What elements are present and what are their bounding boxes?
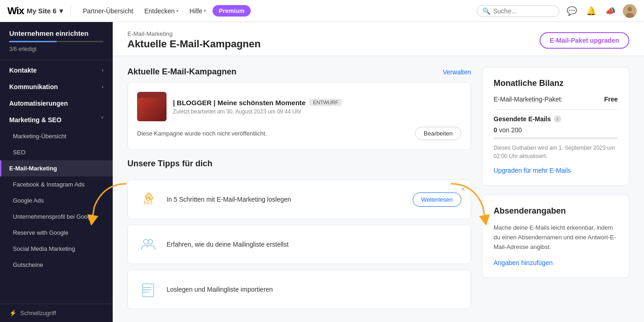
count-sent: 0 [494, 126, 497, 134]
billing-title: Monatliche Bilanz [494, 79, 618, 88]
sidebar-item-facebook-ads[interactable]: Facebook & Instagram Ads [0, 176, 113, 192]
progress-bar [0, 41, 113, 44]
aktuelle-label: Aktuelle E-Mail-Kampagnen [127, 67, 236, 77]
right-column: Monatliche Bilanz E-Mail-Marketing-Paket… [482, 67, 629, 309]
close-icon[interactable]: × [461, 186, 465, 193]
tip-card-1: In 5 Schritten mit E-Mail-Marketing losl… [127, 180, 471, 219]
bell-icon[interactable]: 🔔 [584, 6, 598, 16]
bearbeiten-button[interactable]: Bearbeiten [415, 127, 461, 140]
sidebar-item-reserve-google[interactable]: Reserve with Google [0, 225, 113, 241]
info-icon[interactable]: i [554, 115, 561, 123]
chevron-icon: › [102, 67, 104, 73]
chat-icon[interactable]: 💬 [565, 6, 579, 16]
premium-button[interactable]: Premium [213, 5, 251, 17]
page-title: Aktuelle E-Mail-Kampagnen [127, 38, 261, 50]
sidebar-item-email-marketing[interactable]: E-Mail-Marketing [0, 160, 113, 176]
paket-row: E-Mail-Marketing-Paket: Free [494, 96, 618, 103]
search-input[interactable] [493, 7, 553, 15]
sidebar-divider-1 [0, 60, 113, 60]
paket-value: Free [604, 96, 618, 103]
avatar[interactable] [623, 4, 637, 18]
tip-text-1: In 5 Schritten mit E-Mail-Marketing losl… [167, 196, 405, 203]
page-title-area: E-Mail-Marketing Aktuelle E-Mail-Kampagn… [127, 30, 261, 50]
paket-label: E-Mail-Marketing-Paket: [494, 96, 563, 103]
chevron-icon: › [102, 84, 104, 90]
sidebar-item-marketing-seo[interactable]: Marketing & SEO ˅ [0, 112, 113, 128]
sidebar-header: Unternehmen einrichten [0, 22, 113, 41]
sidebar-item-label: Kommunikation [9, 83, 58, 90]
absender-title: Absenderangaben [494, 206, 618, 216]
sidebar-item-label: Kontakte [9, 67, 37, 74]
sidebar-item-kontakte[interactable]: Kontakte › [0, 62, 113, 79]
angaben-link[interactable]: Angaben hinzufügen [494, 259, 552, 266]
sidebar-item-kommunikation[interactable]: Kommunikation › [0, 79, 113, 95]
campaign-date: Zuletzt bearbeitet am 30. August 2023 um… [173, 108, 461, 115]
breadcrumb: E-Mail-Marketing [127, 30, 261, 37]
gesendete-label: Gesendete E-Mails [494, 115, 551, 123]
nav-hilfe-link[interactable]: Hilfe ▾ [185, 5, 211, 17]
sidebar-item-google-ads[interactable]: Google Ads [0, 192, 113, 209]
nav-partner-link[interactable]: Partner-Übersicht [78, 5, 138, 17]
tip-card-2: Erfahren, wie du deine Mailingliste erst… [127, 225, 471, 264]
sidebar-item-label: Facebook & Instagram Ads [13, 181, 85, 188]
people-icon [137, 233, 159, 255]
site-name[interactable]: My Site 6 [27, 7, 57, 15]
campaign-info: | BLOGGER | Meine schönsten Momente ENTW… [173, 99, 461, 115]
sidebar-item-automatisierungen[interactable]: Automatisierungen [0, 95, 113, 112]
weiterlesen-button[interactable]: Weiterlesen [413, 192, 461, 207]
divider [494, 109, 618, 110]
sidebar-item-seo[interactable]: SEO [0, 144, 113, 160]
nav-links: Partner-Übersicht Entdecken ▾ Hilfe ▾ Pr… [78, 5, 469, 17]
rocket-icon [137, 188, 159, 210]
progress-bar-fill [9, 41, 57, 42]
site-chevron-icon[interactable]: ▾ [59, 7, 63, 15]
nav-divider [70, 6, 71, 17]
sidebar-item-label: Automatisierungen [9, 100, 68, 107]
tips-section: Unsere Tipps für dich [127, 159, 471, 309]
svg-point-10 [144, 287, 145, 288]
megaphone-icon[interactable]: 📣 [604, 6, 617, 16]
search-box[interactable]: 🔍 [477, 5, 559, 17]
sidebar-section: Kontakte › Kommunikation › Automatisieru… [0, 62, 113, 273]
campaign-notice-row: Diese Kampagne wurde noch nicht veröffen… [137, 127, 461, 140]
sidebar-item-marketing-overview[interactable]: Marketing-Übersicht [0, 128, 113, 144]
sidebar: Unternehmen einrichten 3/6 erledigt Kont… [0, 22, 113, 322]
entwurf-badge: ENTWURF [309, 99, 342, 106]
sidebar-item-label: Google Ads [13, 197, 44, 204]
sidebar-item-label: SEO [13, 149, 25, 156]
flash-icon: ⚡ [9, 310, 17, 316]
tip-text-3: Loslegen und Mailingliste importieren [167, 286, 461, 293]
tips-title: Unsere Tipps für dich [127, 159, 213, 169]
tips-section-label: Unsere Tipps für dich [127, 159, 471, 169]
update-note: Dieses Guthaben wird am 1. September 202… [494, 144, 618, 160]
page-header: E-Mail-Marketing Aktuelle E-Mail-Kampagn… [113, 22, 644, 56]
campaign-card: | BLOGGER | Meine schönsten Momente ENTW… [127, 82, 471, 150]
progress-bar-bg [9, 41, 104, 42]
sidebar-item-gutscheine[interactable]: Gutscheine [0, 257, 113, 273]
verwalten-link[interactable]: Verwalten [443, 68, 471, 76]
entdecken-chevron-icon: ▾ [176, 8, 178, 13]
main-layout: Unternehmen einrichten 3/6 erledigt Kont… [0, 22, 644, 322]
nav-entdecken-link[interactable]: Entdecken ▾ [140, 5, 183, 17]
svg-point-4 [144, 239, 148, 244]
sidebar-item-label: Marketing-Übersicht [13, 133, 66, 140]
campaigns-section: Aktuelle E-Mail-Kampagnen Verwalten | BL… [127, 67, 471, 150]
wix-logo: Wix [7, 5, 24, 17]
upgrade-button[interactable]: E-Mail-Paket upgraden [540, 32, 629, 49]
count-row: 0 von 200 [494, 126, 618, 134]
sidebar-item-social-media[interactable]: Social Media Marketing [0, 241, 113, 257]
chevron-icon: ˅ [101, 117, 104, 123]
site-logo: Wix My Site 6 ▾ [7, 5, 63, 17]
hilfe-chevron-icon: ▾ [204, 8, 206, 13]
tip-text-2: Erfahren, wie du deine Mailingliste erst… [167, 241, 461, 248]
upgrade-link[interactable]: Upgraden für mehr E-Mails [494, 167, 618, 174]
campaign-top: | BLOGGER | Meine schönsten Momente ENTW… [137, 92, 461, 121]
gesendete-row: Gesendete E-Mails i [494, 115, 618, 123]
sidebar-footer[interactable]: ⚡ Schnellzugriff [0, 304, 113, 322]
tip-card-3: Loslegen und Mailingliste importieren [127, 270, 471, 309]
sidebar-item-unternehmensprofil[interactable]: Unternehmensprofil bei Google [0, 209, 113, 225]
topnav-right: 🔍 💬 🔔 📣 [477, 4, 637, 18]
progress-label: 3/6 erledigt [0, 44, 113, 58]
main-content: E-Mail-Marketing Aktuelle E-Mail-Kampagn… [113, 22, 644, 322]
absender-text: Mache deine E-Mails leicht erkennbar, in… [494, 223, 618, 252]
